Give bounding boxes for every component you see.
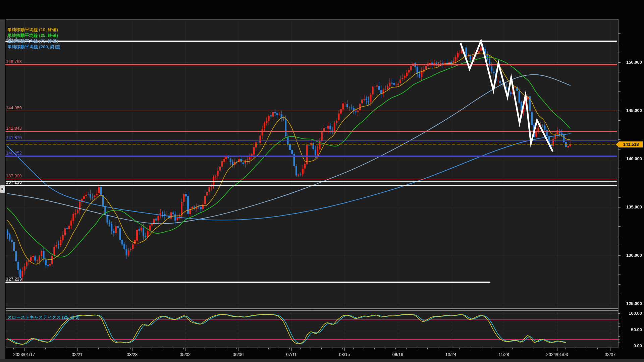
date-label: 2024/01/03	[534, 352, 581, 357]
application-window: USD/JPY 日 BID ? ✕ ▼ ▶ 単純移動平均線 (10, 終値) 単…	[0, 0, 644, 362]
stochastic-legend: スローストキャスティクス (25, 3, 3)	[7, 314, 79, 320]
date-label: 11/28	[480, 352, 527, 357]
price-axis-label: 125.000	[619, 301, 642, 306]
legend-sma200: 単純移動平均線 (200, 終値)	[7, 44, 60, 50]
time-axis[interactable]: 2023/01/1702/2103/2805/0206/0607/1108/15…	[0, 0, 620, 362]
current-price-arrow	[616, 141, 619, 147]
price-axis-label: 135.000	[619, 204, 642, 209]
price-axis-label: 130.000	[619, 253, 642, 258]
date-label: 2023/01/17	[1, 352, 48, 357]
date-label: 08/15	[321, 352, 368, 357]
date-label: 07/11	[268, 352, 315, 357]
legend-sma75: 単純移動平均線 (75, 終値)	[7, 38, 60, 44]
date-label: 10/24	[427, 352, 474, 357]
legend-sma10: 単純移動平均線 (10, 終値)	[7, 27, 60, 33]
date-label: 02/21	[54, 352, 101, 357]
price-axis-label: 140.000	[619, 156, 642, 161]
price-axis-label: 145.000	[619, 108, 642, 113]
indicator-legend: 単純移動平均線 (10, 終値) 単純移動平均線 (25, 終値) 単純移動平均…	[7, 27, 60, 50]
date-label: 06/06	[215, 352, 262, 357]
current-price-tag: 141.518	[619, 141, 643, 147]
stoch-axis-label: 0.00	[619, 343, 642, 348]
price-axis-label: 150.000	[619, 60, 642, 65]
date-label: 09/19	[374, 352, 421, 357]
stoch-axis-label: 50.00	[619, 327, 642, 332]
stoch-axis-label: 100.00	[619, 311, 642, 316]
date-label: 02/07	[587, 352, 620, 357]
date-label: 03/28	[109, 352, 156, 357]
legend-sma25: 単純移動平均線 (25, 終値)	[7, 33, 60, 38]
date-label: 05/02	[162, 352, 209, 357]
